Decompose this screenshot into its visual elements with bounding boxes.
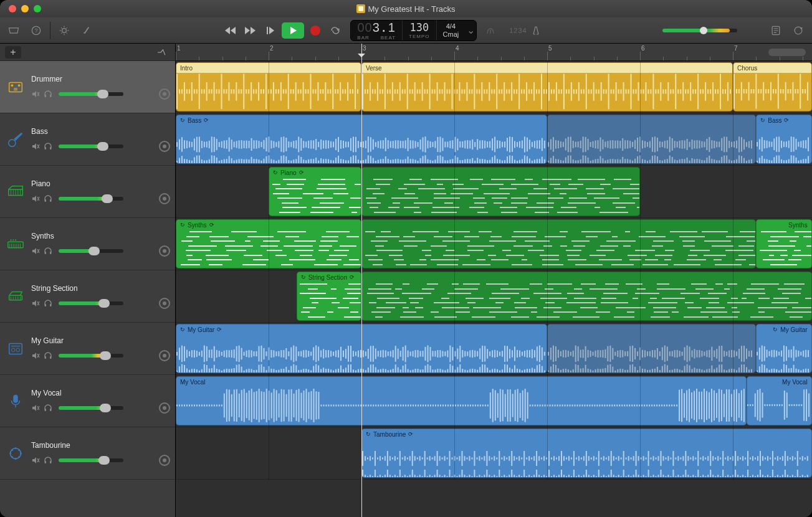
mute-button[interactable] (31, 194, 40, 203)
mute-button[interactable] (31, 299, 40, 308)
automation-button[interactable] (159, 88, 170, 100)
arrangement-area[interactable]: 1234567 IntroVerseChorus↻Bass⟳↻Bass⟳↻Pia… (176, 44, 812, 517)
region[interactable]: ↻Tambourine⟳ (361, 429, 812, 478)
svg-rect-1554 (762, 392, 763, 417)
solo-headphones-button[interactable] (44, 90, 52, 98)
track-volume-slider[interactable] (59, 247, 123, 255)
svg-rect-584 (504, 160, 505, 164)
svg-rect-1311 (791, 368, 792, 373)
smart-controls-button[interactable] (57, 23, 72, 38)
svg-rect-1909 (747, 470, 748, 478)
lcd-display[interactable]: 003.1 BARBEAT 130 TEMPO 4/4 Cmaj ⌄ (350, 20, 477, 41)
svg-rect-1787 (444, 475, 446, 478)
track-volume-slider[interactable] (59, 143, 123, 150)
record-button[interactable] (307, 22, 324, 39)
solo-headphones-button[interactable] (44, 456, 52, 465)
track-header-config-button[interactable] (153, 45, 170, 60)
solo-headphones-button[interactable] (44, 194, 52, 203)
svg-rect-1087 (492, 369, 493, 373)
rewind-button[interactable] (222, 22, 239, 39)
track-volume-slider[interactable] (59, 404, 123, 412)
region[interactable]: ↻String Section⟳ (297, 272, 361, 321)
track-volume-slider[interactable] (59, 352, 123, 359)
editors-button[interactable] (79, 23, 94, 38)
automation-button[interactable] (159, 141, 170, 152)
svg-rect-479 (244, 159, 245, 164)
playhead[interactable] (361, 44, 362, 517)
count-in-display[interactable]: 1234 (509, 26, 540, 36)
track-header[interactable]: String Section (0, 270, 175, 323)
library-button[interactable] (6, 23, 21, 38)
svg-rect-1042 (380, 369, 381, 373)
quick-help-button[interactable]: ? (29, 23, 44, 38)
region[interactable] (361, 272, 812, 321)
solo-headphones-button[interactable] (44, 351, 52, 360)
mute-button[interactable] (31, 351, 40, 360)
svg-rect-766 (751, 159, 752, 164)
minimize-window-button[interactable] (21, 5, 29, 12)
track-lane[interactable]: IntroVerseChorus (176, 61, 812, 113)
region[interactable] (361, 219, 756, 268)
play-button[interactable] (282, 22, 304, 39)
track-lane[interactable]: ↻Piano⟳ (176, 166, 812, 218)
mute-button[interactable] (31, 90, 40, 98)
svg-rect-580 (494, 156, 495, 164)
master-volume-slider[interactable] (662, 29, 737, 32)
automation-button[interactable] (159, 402, 170, 414)
automation-button[interactable] (159, 298, 170, 309)
timeline-ruler[interactable]: 1234567 (176, 44, 812, 61)
region[interactable]: ↻Bass⟳ (756, 115, 811, 164)
mute-button[interactable] (31, 247, 40, 255)
solo-headphones-button[interactable] (44, 299, 52, 308)
track-volume-slider[interactable] (59, 195, 123, 202)
region[interactable]: My Vocal (747, 376, 811, 425)
tuner-button[interactable] (483, 23, 498, 38)
loop-browser-button[interactable] (791, 23, 806, 38)
lcd-mode-menu[interactable]: ⌄ (465, 21, 476, 40)
solo-headphones-button[interactable] (44, 247, 52, 255)
track-header[interactable]: Tambourine (0, 427, 175, 480)
zoom-window-button[interactable] (34, 5, 41, 12)
track-lane[interactable]: ↻Tambourine⟳ (176, 427, 812, 480)
track-volume-slider[interactable] (59, 90, 123, 98)
region[interactable]: My Vocal (176, 376, 747, 425)
close-window-button[interactable] (9, 5, 16, 12)
solo-headphones-button[interactable] (44, 404, 52, 412)
mute-button[interactable] (31, 456, 40, 465)
region[interactable]: Chorus (733, 62, 812, 111)
track-header[interactable]: My Guitar (0, 323, 175, 375)
track-lane[interactable]: ↻My Guitar⟳↻My Guitar (176, 323, 812, 375)
region[interactable]: Synths (756, 219, 811, 268)
region[interactable] (361, 167, 640, 216)
track-lane[interactable]: My VocalMy Vocal (176, 375, 812, 427)
mute-button[interactable] (31, 142, 40, 151)
stop-button[interactable] (262, 22, 279, 39)
automation-button[interactable] (159, 455, 170, 466)
track-volume-slider[interactable] (59, 457, 123, 464)
region[interactable] (547, 324, 756, 373)
track-header[interactable]: Piano (0, 166, 175, 218)
track-lane[interactable]: ↻Bass⟳↻Bass⟳ (176, 113, 812, 166)
track-header[interactable]: Bass (0, 113, 175, 166)
track-header[interactable]: Synths (0, 218, 175, 270)
mute-button[interactable] (31, 404, 40, 412)
forward-button[interactable] (242, 22, 259, 39)
region[interactable]: ↻Piano⟳ (269, 167, 361, 216)
track-lane[interactable]: ↻Synths⟳Synths (176, 218, 812, 270)
notepad-button[interactable] (768, 23, 783, 38)
region[interactable]: ↻My Guitar (756, 324, 811, 373)
track-volume-slider[interactable] (59, 300, 123, 307)
solo-headphones-button[interactable] (44, 142, 52, 151)
svg-rect-1542 (731, 394, 732, 417)
cycle-button[interactable] (327, 22, 344, 39)
automation-button[interactable] (159, 350, 170, 361)
track-header[interactable]: Drummer (0, 61, 175, 113)
region[interactable] (547, 115, 756, 164)
add-track-button[interactable]: + (5, 46, 21, 59)
automation-button[interactable] (159, 245, 170, 257)
svg-rect-595 (532, 161, 533, 164)
automation-button[interactable] (159, 193, 170, 204)
horizontal-zoom-scroller[interactable] (768, 49, 806, 56)
track-lane[interactable]: ↻String Section⟳ (176, 270, 812, 323)
track-header[interactable]: My Vocal (0, 375, 175, 427)
